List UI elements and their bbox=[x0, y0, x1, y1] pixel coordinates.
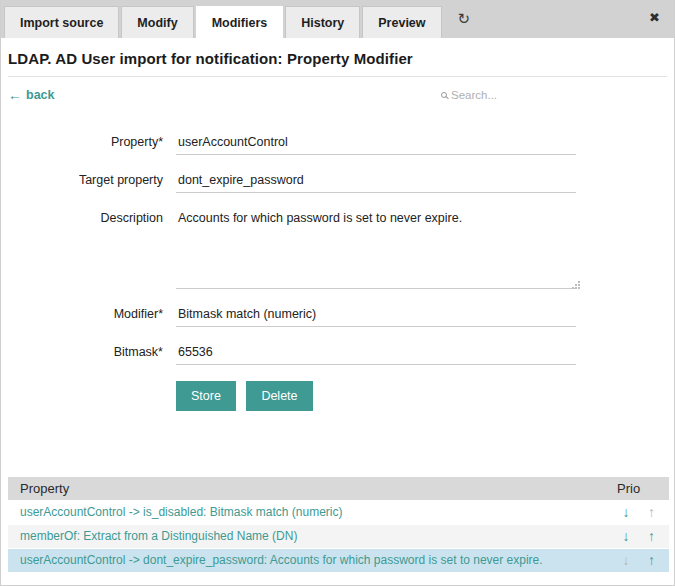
search-icon bbox=[441, 92, 447, 98]
description-label: Description bbox=[8, 209, 163, 289]
tab-history[interactable]: History bbox=[285, 6, 360, 38]
tab-import-source[interactable]: Import source bbox=[4, 6, 119, 38]
button-row: Store Delete bbox=[176, 381, 667, 411]
tab-bar: Import source Modify Modifiers History P… bbox=[1, 0, 674, 38]
page-title: LDAP. AD User import for notification: P… bbox=[8, 50, 667, 67]
description-textarea[interactable]: Accounts for which password is set to ne… bbox=[176, 209, 576, 289]
content-area: LDAP. AD User import for notification: P… bbox=[1, 38, 674, 585]
search-wrap bbox=[441, 89, 571, 101]
back-link[interactable]: ← back bbox=[8, 87, 55, 103]
table-row: memberOf: Extract from a Distinguished N… bbox=[8, 524, 669, 548]
table-row: userAccountControl -> dont_expire_passwo… bbox=[8, 548, 669, 572]
column-header-prio: Prio bbox=[607, 477, 669, 500]
move-up-icon[interactable]: ↑ bbox=[640, 528, 662, 544]
delete-button[interactable]: Delete bbox=[246, 381, 312, 411]
search-input[interactable] bbox=[451, 89, 571, 101]
column-header-property: Property bbox=[8, 477, 607, 500]
back-arrow-icon: ← bbox=[8, 87, 22, 103]
move-down-icon[interactable]: ↓ bbox=[615, 528, 637, 544]
modifier-panel: Import source Modify Modifiers History P… bbox=[0, 0, 675, 586]
tab-modifiers[interactable]: Modifiers bbox=[196, 6, 284, 38]
table-row: userAccountControl -> is_disabled: Bitma… bbox=[8, 500, 669, 524]
modifier-table: Property Prio userAccountControl -> is_d… bbox=[8, 477, 669, 572]
back-row: ← back bbox=[8, 83, 667, 107]
move-down-icon: ↓ bbox=[615, 552, 637, 568]
form-row-modifier: Modifier* bbox=[8, 305, 667, 327]
bitmask-input[interactable] bbox=[176, 343, 576, 365]
back-label: back bbox=[26, 88, 55, 102]
move-up-icon: ↑ bbox=[640, 504, 662, 520]
store-button[interactable]: Store bbox=[176, 381, 236, 411]
bitmask-label: Bitmask* bbox=[8, 343, 163, 365]
move-down-icon[interactable]: ↓ bbox=[615, 504, 637, 520]
close-icon[interactable]: ✖ bbox=[649, 11, 660, 24]
modifier-form: Property* Target property Description Ac… bbox=[8, 133, 667, 411]
target-property-label: Target property bbox=[8, 171, 163, 193]
property-label: Property* bbox=[8, 133, 163, 155]
title-divider bbox=[8, 76, 667, 77]
tab-preview[interactable]: Preview bbox=[362, 6, 441, 38]
tab-modify[interactable]: Modify bbox=[121, 6, 193, 38]
form-row-target-property: Target property bbox=[8, 171, 667, 193]
modifier-row-link[interactable]: userAccountControl -> is_disabled: Bitma… bbox=[20, 505, 342, 519]
modifier-label: Modifier* bbox=[8, 305, 163, 327]
refresh-icon[interactable]: ↻ bbox=[458, 11, 471, 26]
form-row-bitmask: Bitmask* bbox=[8, 343, 667, 365]
form-row-description: Description Accounts for which password … bbox=[8, 209, 667, 289]
move-up-icon[interactable]: ↑ bbox=[640, 552, 662, 568]
modifier-row-link[interactable]: memberOf: Extract from a Distinguished N… bbox=[20, 529, 297, 543]
resize-grip-icon[interactable] bbox=[572, 281, 574, 283]
form-row-property: Property* bbox=[8, 133, 667, 155]
modifier-input[interactable] bbox=[176, 305, 576, 327]
property-input[interactable] bbox=[176, 133, 576, 155]
table-header-row: Property Prio bbox=[8, 477, 669, 500]
modifier-row-link[interactable]: userAccountControl -> dont_expire_passwo… bbox=[20, 553, 543, 567]
target-property-input[interactable] bbox=[176, 171, 576, 193]
